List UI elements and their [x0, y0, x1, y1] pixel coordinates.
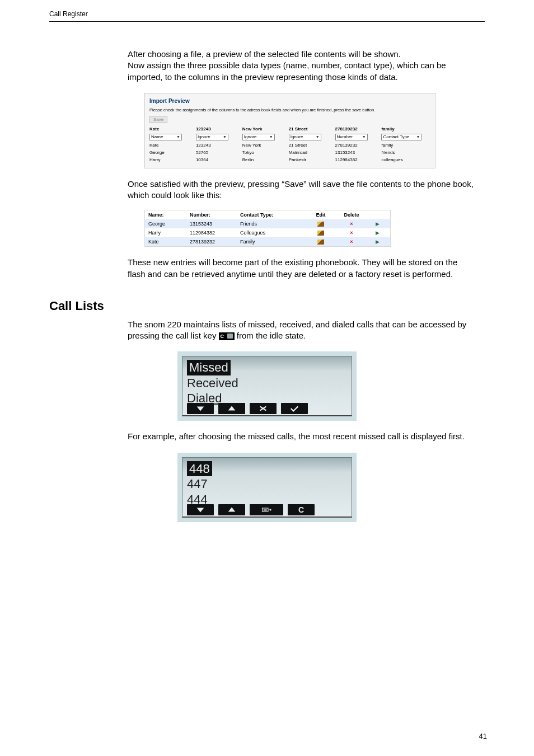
contacts-header: Name:Number:Contact Type:EditDelete — [145, 210, 390, 219]
softkey-details-icon[interactable] — [250, 504, 283, 515]
contacts-row-2: Kate278139232Family × ▶ — [145, 237, 390, 246]
paragraph-preview-intro: After choosing a file, a preview of the … — [128, 49, 477, 60]
contacts-row-1: Harry112984382Colleagues × ▶ — [145, 228, 390, 237]
edit-icon[interactable] — [317, 222, 324, 227]
dial-icon[interactable]: ▶ — [366, 229, 389, 237]
paragraph-missed-example: For example, after choosing the missed c… — [128, 431, 477, 442]
softkey-cancel-icon[interactable] — [250, 403, 277, 414]
lcd1-line2: Received — [187, 375, 347, 391]
softkey-up-icon[interactable] — [218, 403, 245, 414]
lcd2-selected: 448 — [187, 461, 212, 477]
paragraph-assign-types: Now assign the three possible data types… — [128, 60, 477, 83]
call-list-key-icon — [219, 332, 235, 340]
softkey-ok-icon[interactable] — [281, 403, 308, 414]
dial-icon[interactable]: ▶ — [366, 238, 389, 246]
chevron-down-icon: ▼ — [223, 135, 227, 139]
col-select-4[interactable]: Number▼ — [335, 134, 368, 140]
lcd2-line2: 447 — [187, 476, 347, 492]
save-button[interactable]: Save — [149, 116, 167, 123]
edit-icon[interactable] — [317, 240, 324, 245]
chevron-down-icon: ▼ — [269, 135, 273, 139]
import-preview-screenshot: Import Preview Please check the assignme… — [144, 93, 435, 168]
softkey-down-icon[interactable] — [187, 403, 214, 414]
softkey-up-icon[interactable] — [218, 504, 245, 515]
chevron-down-icon: ▼ — [316, 135, 320, 139]
col-select-1[interactable]: Ignore▼ — [196, 134, 228, 140]
delete-icon[interactable]: × — [338, 238, 366, 246]
call-lists-heading: Call Lists — [49, 299, 485, 313]
import-select-row: Name▼ Ignore▼ Ignore▼ Ignore▼ Number▼ Co… — [146, 133, 434, 142]
phone-display-missed-calls: 448 447 444 C — [177, 453, 357, 522]
edit-icon[interactable] — [317, 231, 324, 236]
import-preview-instruction: Please check the assignments of the colu… — [146, 107, 434, 116]
paragraph-call-lists-intro: The snom 220 maintains lists of missed, … — [128, 319, 477, 342]
imp-h2: New York — [239, 125, 285, 133]
running-header: Call Register — [0, 0, 534, 18]
import-header-row: Kate 123243 New York 21 Street 278139232… — [146, 125, 434, 133]
delete-icon[interactable]: × — [338, 229, 366, 237]
contacts-row-0: George13153243Friends × ▶ — [145, 219, 390, 228]
chevron-down-icon: ▼ — [176, 135, 180, 139]
dial-icon[interactable]: ▶ — [366, 220, 389, 228]
col-select-0[interactable]: Name▼ — [149, 134, 182, 140]
imp-h5: family — [378, 125, 434, 133]
contacts-table: Name:Number:Contact Type:EditDelete Geor… — [144, 210, 391, 247]
import-row-1: George52765TokyoMainroad13153243friends — [146, 149, 434, 156]
import-preview-title: Import Preview — [146, 97, 434, 107]
svg-rect-0 — [263, 508, 269, 511]
softkey-clear-icon[interactable]: C — [288, 504, 315, 515]
import-row-0: Kate123243New York21 Street278139232fami… — [146, 142, 434, 149]
imp-h0: Kate — [146, 125, 193, 133]
imp-h1: 123243 — [193, 125, 239, 133]
col-select-5[interactable]: Contact Type▼ — [381, 134, 421, 140]
phone-display-call-lists: Missed Received Dialed — [177, 351, 357, 421]
softkey-down-icon[interactable] — [187, 504, 214, 515]
chevron-down-icon: ▼ — [416, 135, 420, 139]
col-select-2[interactable]: Ignore▼ — [242, 134, 275, 140]
import-row-2: Harry10364BerlinPankestr112984382colleag… — [146, 156, 434, 163]
import-preview-table: Kate 123243 New York 21 Street 278139232… — [146, 125, 434, 163]
paragraph-phonebook-persist: These new entries will become part of th… — [128, 257, 477, 280]
chevron-down-icon: ▼ — [362, 135, 366, 139]
page-number: 41 — [479, 732, 487, 740]
delete-icon[interactable]: × — [338, 220, 366, 228]
paragraph-save-result: Once satisfied with the preview, pressin… — [128, 179, 477, 201]
imp-h4: 278139232 — [332, 125, 378, 133]
imp-h3: 21 Street — [285, 125, 332, 133]
col-select-3[interactable]: Ignore▼ — [289, 134, 321, 140]
lcd1-selected: Missed — [187, 360, 231, 375]
